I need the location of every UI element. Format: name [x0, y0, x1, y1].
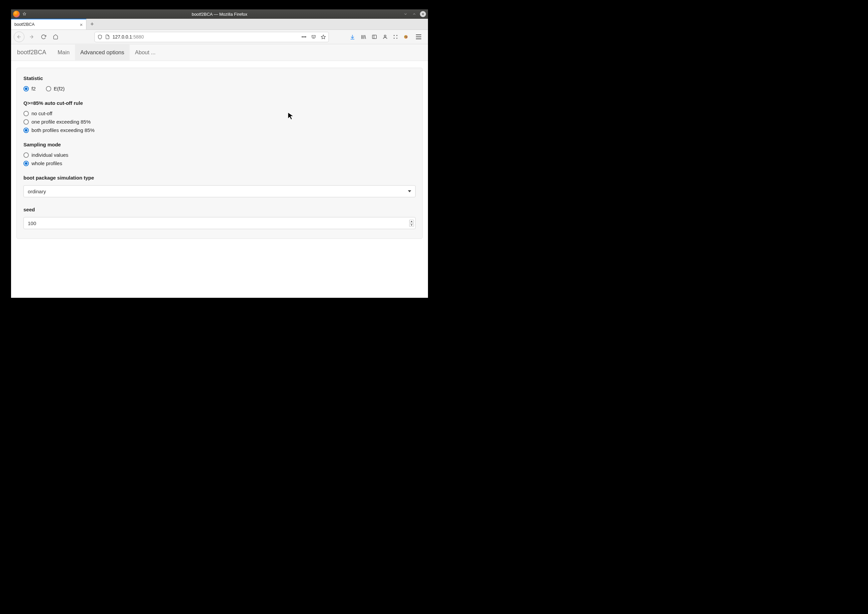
radio-label: both profiles exceeding 85%	[31, 127, 95, 133]
home-button[interactable]	[51, 32, 60, 42]
pocket-icon[interactable]	[311, 34, 316, 40]
svg-marker-4	[321, 35, 326, 39]
seed-value: 100	[28, 220, 36, 226]
new-tab-button[interactable]: +	[87, 19, 98, 29]
radio-label: E(f2)	[54, 86, 65, 91]
radio-icon	[23, 86, 29, 91]
seed-stepper	[409, 220, 414, 227]
reload-button[interactable]	[39, 32, 48, 42]
app-brand[interactable]: bootf2BCA	[17, 49, 46, 56]
radio-cutoff-none[interactable]: no cut-off	[23, 110, 415, 116]
nav-back-button[interactable]	[14, 31, 25, 42]
radio-cutoff-both[interactable]: both profiles exceeding 85%	[23, 127, 415, 133]
svg-point-18	[404, 35, 408, 39]
downloads-icon[interactable]	[350, 34, 355, 40]
radio-label: individual values	[31, 152, 68, 158]
radio-sampling-individual[interactable]: individual values	[23, 152, 415, 158]
simtype-value: ordinary	[28, 189, 46, 194]
sidebar-icon[interactable]	[372, 34, 377, 40]
sampling-radios: individual values whole profiles	[23, 152, 415, 166]
seed-input[interactable]: 100	[23, 217, 415, 229]
nav-forward-button[interactable]	[26, 32, 37, 42]
url-port: :5880	[132, 34, 144, 40]
bookmark-star-icon[interactable]	[321, 34, 326, 40]
app-navbar: bootf2BCA Main Advanced options About ..…	[11, 44, 428, 61]
window-maximize-icon[interactable]	[411, 11, 417, 17]
svg-point-20	[406, 37, 407, 37]
browser-tabstrip: bootf2BCA × +	[11, 19, 428, 30]
chevron-down-icon	[411, 225, 412, 226]
simtype-label: boot package simulation type	[23, 175, 415, 181]
svg-point-14	[394, 35, 394, 36]
statistic-radios: f2 E(f2)	[23, 86, 415, 91]
radio-icon	[46, 86, 51, 91]
page-actions-icon[interactable]: •••	[301, 34, 307, 40]
svg-rect-11	[372, 35, 377, 39]
site-info-icon[interactable]	[105, 34, 110, 39]
window-title: bootf2BCA — Mozilla Firefox	[192, 12, 247, 17]
app-menu-button[interactable]	[414, 32, 423, 42]
svg-line-10	[365, 35, 366, 39]
radio-label: no cut-off	[31, 110, 52, 116]
radio-icon	[23, 111, 29, 116]
svg-point-15	[397, 35, 397, 36]
advanced-options-panel: Statistic f2 E(f2) Q>=85% auto cut-off r…	[16, 68, 423, 239]
radio-cutoff-one[interactable]: one profile exceeding 85%	[23, 119, 415, 125]
tab-close-icon[interactable]: ×	[80, 22, 83, 28]
statistic-label: Statistic	[23, 75, 415, 81]
tab-main[interactable]: Main	[52, 45, 75, 60]
url-host: 127.0.0.1	[113, 34, 132, 40]
browser-tab-label: bootf2BCA	[14, 22, 34, 27]
seed-step-down[interactable]	[409, 223, 414, 227]
browser-toolbar: 127.0.0.1:5880 •••	[11, 30, 428, 44]
page-content: Statistic f2 E(f2) Q>=85% auto cut-off r…	[11, 61, 428, 298]
radio-icon	[23, 119, 29, 125]
radio-label: f2	[31, 86, 36, 91]
svg-point-19	[405, 36, 406, 37]
radio-icon	[23, 152, 29, 158]
simtype-select[interactable]: ordinary	[23, 185, 415, 197]
svg-point-17	[397, 38, 397, 39]
extension-icon-2[interactable]	[403, 34, 409, 40]
chevron-up-icon	[411, 221, 412, 222]
address-bar[interactable]: 127.0.0.1:5880 •••	[95, 32, 329, 42]
seed-label: seed	[23, 207, 415, 212]
radio-statistic-ef2[interactable]: E(f2)	[46, 86, 65, 91]
firefox-logo-icon	[13, 11, 20, 17]
radio-sampling-whole[interactable]: whole profiles	[23, 160, 415, 166]
radio-icon	[23, 161, 29, 166]
address-text: 127.0.0.1:5880	[113, 34, 144, 40]
window-minimize-icon[interactable]	[403, 11, 409, 17]
pin-icon[interactable]	[22, 11, 27, 17]
library-icon[interactable]	[361, 34, 366, 40]
radio-label: one profile exceeding 85%	[31, 119, 91, 125]
radio-label: whole profiles	[31, 160, 62, 166]
svg-point-16	[394, 38, 394, 39]
cutoff-radios: no cut-off one profile exceeding 85% bot…	[23, 110, 415, 133]
svg-point-13	[384, 35, 386, 37]
window-close-icon[interactable]	[420, 11, 426, 17]
radio-statistic-f2[interactable]: f2	[23, 86, 36, 91]
cutoff-label: Q>=85% auto cut-off rule	[23, 100, 415, 106]
caret-down-icon	[408, 190, 411, 192]
radio-icon	[23, 128, 29, 133]
tracking-shield-icon[interactable]	[98, 34, 102, 40]
tab-about[interactable]: About ...	[130, 45, 161, 60]
tab-advanced-options[interactable]: Advanced options	[75, 45, 130, 60]
extension-icon-1[interactable]	[393, 34, 398, 39]
seed-step-up[interactable]	[409, 220, 414, 223]
account-icon[interactable]	[383, 34, 388, 40]
window-titlebar: bootf2BCA — Mozilla Firefox	[11, 9, 428, 19]
sampling-label: Sampling mode	[23, 142, 415, 147]
browser-tab[interactable]: bootf2BCA ×	[11, 19, 87, 29]
